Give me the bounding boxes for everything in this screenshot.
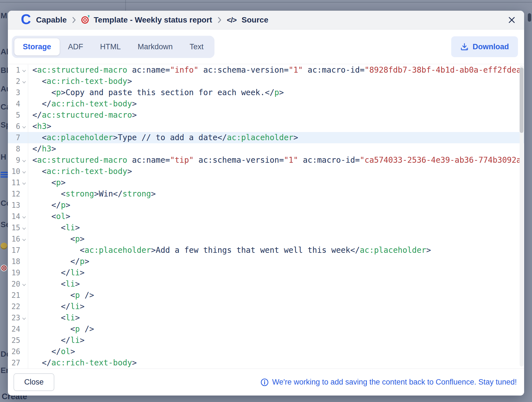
breadcrumb-template[interactable]: Template - Weekly status report xyxy=(94,15,212,24)
line-number: 21 xyxy=(8,291,20,300)
fold-chevron-icon[interactable] xyxy=(20,68,28,72)
code-line-content[interactable]: </li> xyxy=(28,335,524,346)
code-line: 25 </li> xyxy=(8,335,524,346)
code-line-content[interactable]: <ac:structured-macro ac:name="tip" ac:sc… xyxy=(28,155,524,166)
gutter: 26 xyxy=(8,346,28,357)
gutter: 19 xyxy=(8,267,28,278)
fold-spacer xyxy=(20,148,28,150)
format-tabs: Storage ADF HTML Markdown Text xyxy=(12,36,214,58)
line-number: 13 xyxy=(8,201,20,209)
download-icon xyxy=(460,43,469,51)
capable-logo: C xyxy=(21,12,31,26)
code-line-content[interactable]: </ac:rich-text-body> xyxy=(28,98,524,110)
fold-chevron-icon[interactable] xyxy=(20,225,28,230)
code-line-content[interactable]: <li> xyxy=(28,222,524,233)
tab-markdown[interactable]: Markdown xyxy=(129,38,181,55)
code-line-content[interactable]: </p> xyxy=(28,256,524,267)
fold-chevron-icon[interactable] xyxy=(20,180,28,185)
gutter: 22 xyxy=(8,301,28,312)
line-number: 17 xyxy=(8,246,20,254)
fold-chevron-icon[interactable] xyxy=(20,214,28,219)
code-line: 2 <ac:rich-text-body> xyxy=(8,76,524,87)
code-line-content[interactable]: <p> xyxy=(28,177,524,188)
fold-spacer xyxy=(20,306,28,308)
code-line-content[interactable]: <ac:rich-text-body> xyxy=(28,76,524,87)
scrollbar-thumb[interactable] xyxy=(520,68,524,133)
fold-chevron-icon[interactable] xyxy=(20,316,28,320)
fold-chevron-icon[interactable] xyxy=(20,282,28,286)
code-line-content[interactable]: </ac:rich-text-body> xyxy=(28,357,524,368)
code-lines: 1<ac:structured-macro ac:name="info" ac:… xyxy=(8,64,524,368)
gutter: 7 xyxy=(8,132,28,143)
background-sidebar-edge xyxy=(125,0,126,11)
line-number: 25 xyxy=(8,336,20,345)
tab-adf[interactable]: ADF xyxy=(60,38,92,55)
code-line-content[interactable]: </ol> xyxy=(28,346,524,357)
tab-text[interactable]: Text xyxy=(181,38,212,55)
line-number: 18 xyxy=(8,257,20,266)
code-line-content[interactable]: <p /> xyxy=(28,323,524,335)
code-line-content[interactable]: <li> xyxy=(28,278,524,290)
code-line-content[interactable]: </li> xyxy=(28,301,524,312)
save-notice: We're working to add saving the content … xyxy=(260,378,517,387)
background-text-fragment: Al xyxy=(1,47,8,56)
code-line-content[interactable]: <strong>Win</strong> xyxy=(28,188,524,200)
breadcrumb-app[interactable]: Capable xyxy=(36,15,67,24)
line-number: 20 xyxy=(8,280,20,288)
page-scrollbar-thumb[interactable] xyxy=(528,13,531,22)
fold-spacer xyxy=(20,193,28,195)
code-line-content[interactable]: </h3> xyxy=(28,143,524,155)
code-line-content[interactable]: </ac:structured-macro> xyxy=(28,110,524,121)
line-number: 6 xyxy=(8,122,20,131)
fold-spacer xyxy=(20,272,28,274)
code-line-content[interactable]: <ac:placeholder>Type // to add a date</a… xyxy=(28,132,524,143)
scrollbar-track[interactable] xyxy=(520,65,524,367)
gutter: 18 xyxy=(8,256,28,267)
line-number: 23 xyxy=(8,314,20,322)
code-line: 20 <li> xyxy=(8,278,524,290)
background-text-fragment: BI xyxy=(1,66,8,75)
line-number: 1 xyxy=(8,66,20,74)
fold-chevron-icon[interactable] xyxy=(20,237,28,241)
code-line-content[interactable]: <p>Copy and paste this section for each … xyxy=(28,87,524,98)
background-icon-target-red xyxy=(1,265,7,271)
fold-spacer xyxy=(20,294,28,296)
gutter: 16 xyxy=(8,233,28,245)
gutter: 15 xyxy=(8,222,28,233)
gutter: 17 xyxy=(8,245,28,256)
tab-html[interactable]: HTML xyxy=(92,38,129,55)
fold-chevron-icon[interactable] xyxy=(20,79,28,84)
close-button[interactable]: Close xyxy=(14,373,54,391)
code-line-content[interactable]: <ac:placeholder>Add a few things that we… xyxy=(28,245,524,256)
code-line: 14 <ol> xyxy=(8,211,524,222)
code-editor: 1<ac:structured-macro ac:name="info" ac:… xyxy=(8,64,524,368)
code-line-content[interactable]: </p> xyxy=(28,200,524,211)
tab-storage[interactable]: Storage xyxy=(14,38,60,55)
close-icon[interactable] xyxy=(506,14,517,26)
code-line: 22 </li> xyxy=(8,301,524,312)
fold-spacer xyxy=(20,362,28,364)
fold-spacer xyxy=(20,103,28,105)
fold-chevron-icon[interactable] xyxy=(20,169,28,174)
code-line: 10 <ac:rich-text-body> xyxy=(8,166,524,177)
fold-spacer xyxy=(20,328,28,330)
code-line-content[interactable]: <ol> xyxy=(28,211,524,222)
code-line-content[interactable]: <ac:structured-macro ac:name="info" ac:s… xyxy=(28,64,524,76)
gutter: 2 xyxy=(8,76,28,87)
code-line-content[interactable]: <h3> xyxy=(28,121,524,132)
fold-chevron-icon[interactable] xyxy=(20,158,28,162)
notice-text: We're working to add saving the content … xyxy=(272,378,517,387)
code-line-content[interactable]: <ac:rich-text-body> xyxy=(28,166,524,177)
code-line-content[interactable]: <li> xyxy=(28,312,524,323)
code-line-content[interactable]: <p> xyxy=(28,233,524,245)
gutter: 24 xyxy=(8,323,28,335)
line-number: 19 xyxy=(8,269,20,277)
code-line: 6<h3> xyxy=(8,121,524,132)
download-button[interactable]: Download xyxy=(451,36,518,57)
code-line: 1<ac:structured-macro ac:name="info" ac:… xyxy=(8,64,524,76)
code-line-content[interactable]: </li> xyxy=(28,267,524,278)
fold-chevron-icon[interactable] xyxy=(20,124,28,129)
code-line: 4 </ac:rich-text-body> xyxy=(8,98,524,110)
background-divider xyxy=(0,2,532,3)
code-line-content[interactable]: <p /> xyxy=(28,290,524,301)
